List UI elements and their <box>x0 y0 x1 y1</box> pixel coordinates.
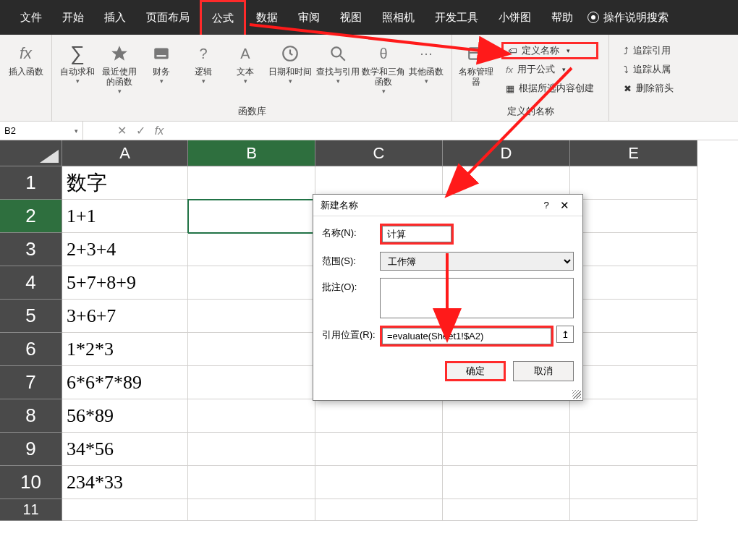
cell[interactable] <box>315 466 443 499</box>
col-header-D[interactable]: D <box>443 140 570 166</box>
cell-A9[interactable]: 34*56 <box>62 433 188 466</box>
cell-A10[interactable]: 234*33 <box>62 466 188 499</box>
fx-icon[interactable]: fx <box>150 124 169 137</box>
cell[interactable] <box>188 466 315 499</box>
tab-data[interactable]: 数据 <box>246 0 288 35</box>
cell-A8[interactable]: 56*89 <box>62 399 188 433</box>
tab-camera[interactable]: 照相机 <box>372 0 425 35</box>
cell[interactable] <box>188 300 315 333</box>
cell-A4[interactable]: 5+7+8+9 <box>62 266 188 300</box>
define-name-button[interactable]: 🏷 定义名称 ▾ <box>501 42 598 59</box>
scope-select[interactable]: 工作簿 <box>380 252 574 271</box>
remove-arrows-button[interactable]: ✖ 删除箭头 <box>619 80 678 97</box>
cell-A6[interactable]: 1*2*3 <box>62 333 188 366</box>
cell-A3[interactable]: 2+3+4 <box>62 233 188 266</box>
cell[interactable] <box>570 300 697 333</box>
datetime-button[interactable]: 日期和时间 ▾ <box>266 38 314 103</box>
tab-pagelayout[interactable]: 页面布局 <box>136 0 200 35</box>
tab-sparkline[interactable]: 小饼图 <box>488 0 541 35</box>
cell[interactable] <box>315 433 443 466</box>
row-header[interactable]: 4 <box>0 266 62 300</box>
range-picker-button[interactable]: ↥ <box>556 326 574 343</box>
autosum-button[interactable]: ∑ 自动求和 ▾ <box>56 38 98 103</box>
cell[interactable] <box>315 499 443 521</box>
name-box[interactable]: B2 ▾ <box>0 122 83 140</box>
tab-formulas[interactable]: 公式 <box>200 0 246 35</box>
recent-fn-button[interactable]: 最近使用的函数 ▾ <box>98 38 140 103</box>
cell[interactable] <box>570 333 697 366</box>
name-field[interactable] <box>382 226 451 242</box>
cancel-button[interactable]: 取消 <box>513 361 574 381</box>
tell-me[interactable]: 操作说明搜索 <box>588 11 669 25</box>
tab-insert[interactable]: 插入 <box>94 0 136 35</box>
row-header[interactable]: 5 <box>0 300 62 333</box>
create-from-selection-button[interactable]: ▦ 根据所选内容创建 <box>501 80 598 97</box>
trace-precedents-button[interactable]: ⤴ 追踪引用 <box>619 42 678 59</box>
text-fn-button[interactable]: A 文本 ▾ <box>224 38 266 103</box>
accept-formula-icon[interactable]: ✓ <box>131 124 150 137</box>
name-manager-button[interactable]: 名称管理器 <box>457 38 496 103</box>
dialog-close-button[interactable]: ✕ <box>554 199 575 212</box>
cell-E1[interactable] <box>570 166 697 200</box>
cell[interactable] <box>570 499 697 521</box>
use-in-formula-button[interactable]: fx 用于公式 ▾ <box>501 61 598 78</box>
cell[interactable] <box>570 233 697 266</box>
tab-file[interactable]: 文件 <box>10 0 52 35</box>
dialog-help-button[interactable]: ? <box>539 200 554 211</box>
financial-button[interactable]: 财务 ▾ <box>140 38 182 103</box>
cell[interactable] <box>188 233 315 266</box>
row-header[interactable]: 1 <box>0 166 62 200</box>
col-header-B[interactable]: B <box>188 140 315 166</box>
select-all-corner[interactable] <box>0 140 62 166</box>
col-header-C[interactable]: C <box>315 140 443 166</box>
cell[interactable] <box>570 466 697 499</box>
mathtrig-button[interactable]: θ 数学和三角函数 ▾ <box>362 38 405 103</box>
cell[interactable] <box>443 499 570 521</box>
cell[interactable] <box>443 433 570 466</box>
trace-dependents-button[interactable]: ⤵ 追踪从属 <box>619 61 678 78</box>
dialog-titlebar[interactable]: 新建名称 ? ✕ <box>313 195 582 216</box>
cell[interactable] <box>443 466 570 499</box>
insert-function-button[interactable]: fx 插入函数 <box>4 38 47 119</box>
cancel-formula-icon[interactable]: ✕ <box>112 124 131 137</box>
tab-view[interactable]: 视图 <box>330 0 372 35</box>
lookup-button[interactable]: 查找与引用 ▾ <box>314 38 362 103</box>
tab-help[interactable]: 帮助 <box>541 0 583 35</box>
cell[interactable] <box>315 399 443 433</box>
cell-A5[interactable]: 3+6+7 <box>62 300 188 333</box>
cell[interactable] <box>62 499 188 521</box>
row-header[interactable]: 6 <box>0 333 62 366</box>
cell-A1[interactable]: 数字 <box>62 166 188 200</box>
cell[interactable] <box>570 366 697 399</box>
cell-E2[interactable] <box>570 200 697 233</box>
row-header[interactable]: 10 <box>0 466 62 499</box>
cell[interactable] <box>570 433 697 466</box>
col-header-A[interactable]: A <box>62 140 188 166</box>
resize-grip[interactable] <box>572 390 581 399</box>
row-header[interactable]: 11 <box>0 499 62 521</box>
cell[interactable] <box>570 399 697 433</box>
cell[interactable] <box>188 499 315 521</box>
ref-field[interactable] <box>382 328 551 344</box>
cell[interactable] <box>188 333 315 366</box>
row-header[interactable]: 8 <box>0 399 62 433</box>
morefn-button[interactable]: ⋯ 其他函数 ▾ <box>405 38 447 103</box>
row-header[interactable]: 9 <box>0 433 62 466</box>
cell[interactable] <box>188 366 315 399</box>
tab-devtools[interactable]: 开发工具 <box>425 0 488 35</box>
ok-button[interactable]: 确定 <box>445 361 506 381</box>
tab-home[interactable]: 开始 <box>52 0 94 35</box>
row-header[interactable]: 3 <box>0 233 62 266</box>
row-header[interactable]: 7 <box>0 366 62 399</box>
cell[interactable] <box>443 399 570 433</box>
cell[interactable] <box>188 433 315 466</box>
col-header-E[interactable]: E <box>570 140 697 166</box>
cell-A2[interactable]: 1+1 <box>62 200 188 233</box>
logical-button[interactable]: ? 逻辑 ▾ <box>182 38 224 103</box>
comment-field[interactable] <box>380 278 574 318</box>
cell[interactable] <box>188 266 315 300</box>
cell[interactable] <box>570 266 697 300</box>
cell-B2[interactable] <box>188 200 315 233</box>
row-header[interactable]: 2 <box>0 200 62 233</box>
cell[interactable] <box>188 399 315 433</box>
